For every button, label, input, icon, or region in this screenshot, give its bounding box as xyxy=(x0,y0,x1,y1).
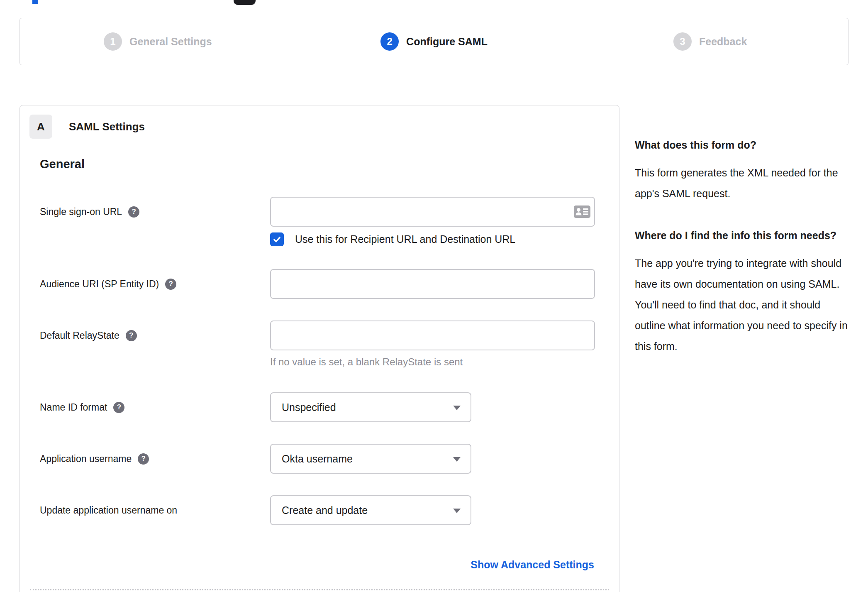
help-sidebar: What does this form do? This form genera… xyxy=(635,135,853,357)
help-icon[interactable]: ? xyxy=(126,330,137,341)
help-section: What does this form do? This form genera… xyxy=(635,135,853,204)
step-number-badge: 2 xyxy=(380,32,399,51)
form-row-sso-url: Single sign-on URL ? xyxy=(20,197,619,227)
app-username-select[interactable]: Okta username xyxy=(270,444,471,474)
relaystate-input[interactable] xyxy=(270,320,595,350)
step-label: General Settings xyxy=(129,36,212,48)
show-advanced-settings-link[interactable]: Show Advanced Settings xyxy=(471,559,594,571)
recipient-url-checkbox-label: Use this for Recipient URL and Destinati… xyxy=(295,233,515,245)
audience-uri-input[interactable] xyxy=(270,269,595,299)
help-icon[interactable]: ? xyxy=(138,453,149,465)
update-username-select[interactable]: Create and update xyxy=(270,495,471,525)
group-title: General xyxy=(40,157,85,171)
label-text: Application username xyxy=(40,453,132,465)
recipient-url-checkbox-row: Use this for Recipient URL and Destinati… xyxy=(270,232,515,246)
step-general-settings[interactable]: 1 General Settings xyxy=(20,18,296,65)
chevron-down-icon xyxy=(453,406,461,410)
update-username-label: Update application username on xyxy=(40,495,266,525)
select-value: Okta username xyxy=(282,453,353,465)
label-text: Audience URI (SP Entity ID) xyxy=(40,279,159,290)
help-section: Where do I find the info this form needs… xyxy=(635,225,853,357)
form-row-audience-uri: Audience URI (SP Entity ID) ? xyxy=(20,269,619,299)
relaystate-hint: If no value is set, a blank RelayState i… xyxy=(270,356,463,368)
recipient-url-checkbox[interactable] xyxy=(270,232,284,246)
step-label: Configure SAML xyxy=(406,36,488,48)
step-number-badge: 3 xyxy=(673,32,692,51)
saml-settings-panel: A SAML Settings General Single sign-on U… xyxy=(20,105,619,592)
label-text: Default RelayState xyxy=(40,330,119,341)
checkmark-icon xyxy=(273,235,281,244)
chevron-down-icon xyxy=(453,509,461,513)
step-label: Feedback xyxy=(699,36,747,48)
cropped-icon xyxy=(234,0,256,5)
label-text: Single sign-on URL xyxy=(40,206,122,218)
audience-uri-label: Audience URI (SP Entity ID) ? xyxy=(40,269,266,299)
app-username-label: Application username ? xyxy=(40,444,266,474)
form-row-nameid: Name ID format ? Unspecified xyxy=(20,392,619,422)
section-title: SAML Settings xyxy=(69,115,145,139)
nameid-label: Name ID format ? xyxy=(40,392,266,422)
wizard-stepper: 1 General Settings 2 Configure SAML 3 Fe… xyxy=(20,18,848,65)
select-value: Create and update xyxy=(282,504,368,516)
help-icon[interactable]: ? xyxy=(128,206,139,218)
form-row-relaystate: Default RelayState ? xyxy=(20,320,619,350)
help-heading: What does this form do? xyxy=(635,135,853,155)
help-icon[interactable]: ? xyxy=(113,402,124,413)
sso-url-input[interactable] xyxy=(270,197,595,227)
step-configure-saml[interactable]: 2 Configure SAML xyxy=(296,18,572,65)
form-row-update-username: Update application username on Create an… xyxy=(20,495,619,525)
label-text: Update application username on xyxy=(40,505,177,516)
step-feedback[interactable]: 3 Feedback xyxy=(572,18,848,65)
form-row-app-username: Application username ? Okta username xyxy=(20,444,619,474)
step-number-badge: 1 xyxy=(104,32,122,51)
saml-config-screen: 1 General Settings 2 Configure SAML 3 Fe… xyxy=(0,0,868,592)
relaystate-label: Default RelayState ? xyxy=(40,320,266,350)
help-icon[interactable]: ? xyxy=(165,279,176,290)
label-text: Name ID format xyxy=(40,402,107,413)
chevron-down-icon xyxy=(453,457,461,462)
cropped-tab-indicator xyxy=(32,0,38,4)
help-body: The app you're trying to integrate with … xyxy=(635,253,853,357)
sso-url-label: Single sign-on URL ? xyxy=(40,197,266,227)
select-value: Unspecified xyxy=(282,401,336,413)
help-heading: Where do I find the info this form needs… xyxy=(635,225,853,245)
help-body: This form generates the XML needed for t… xyxy=(635,162,853,204)
nameid-format-select[interactable]: Unspecified xyxy=(270,392,471,422)
section-badge: A xyxy=(29,115,52,139)
section-divider xyxy=(30,589,609,590)
